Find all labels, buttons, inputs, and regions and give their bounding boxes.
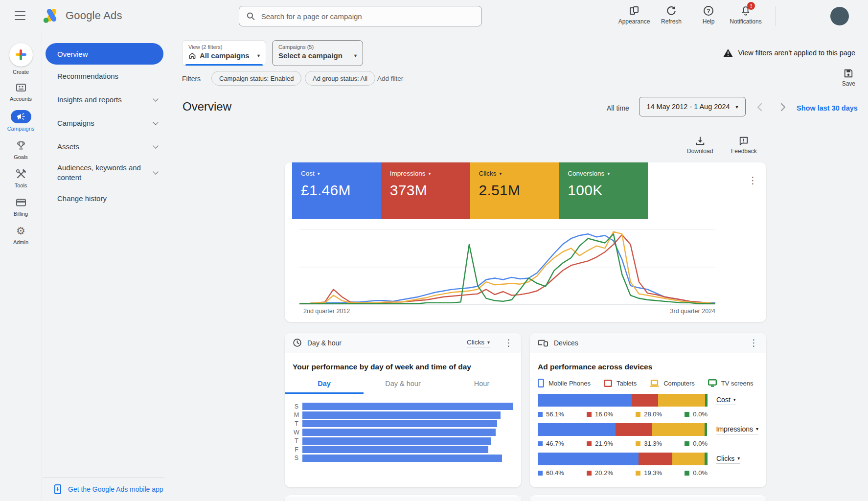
metric-tabs: Cost▾ £1.46M Impressions▾ 373M Clicks▾ 2… bbox=[292, 162, 648, 219]
campaign-selector[interactable]: Campaigns (5) Select a campaign ▾ bbox=[272, 40, 363, 66]
day-label: T bbox=[293, 437, 300, 444]
tablet-icon bbox=[604, 380, 612, 387]
appearance-button[interactable]: Appearance bbox=[616, 5, 653, 25]
view-selector-label: View (2 filters) bbox=[188, 44, 260, 50]
filter-chip-campaign-status[interactable]: Campaign status: Enabled bbox=[211, 71, 301, 86]
metric-tab-clicks[interactable]: Clicks▾ 2.51M bbox=[470, 162, 559, 219]
trophy-icon bbox=[15, 140, 27, 152]
dropdown-caret-icon: ▾ bbox=[756, 426, 758, 432]
refresh-icon bbox=[666, 5, 677, 17]
legend-square-icon bbox=[636, 441, 640, 446]
card-menu-kebab-icon[interactable]: ⋮ bbox=[749, 339, 758, 347]
notifications-button[interactable]: ! Notifications bbox=[727, 5, 764, 25]
nav-item-recommendations[interactable]: Recommendations bbox=[43, 65, 170, 88]
impressions-value: 373M bbox=[390, 182, 470, 199]
date-prev-button[interactable] bbox=[754, 101, 765, 113]
day-bar[interactable] bbox=[302, 437, 491, 445]
chevron-down-icon bbox=[153, 96, 158, 101]
feedback-button[interactable]: Feedback bbox=[731, 136, 757, 155]
refresh-button[interactable]: Refresh bbox=[653, 5, 690, 25]
metric-tab-impressions[interactable]: Impressions▾ 373M bbox=[381, 162, 470, 219]
day-bar[interactable] bbox=[302, 411, 501, 419]
dropdown-caret-icon: ▾ bbox=[318, 171, 320, 176]
search-input[interactable] bbox=[261, 12, 475, 21]
stacked-bar[interactable] bbox=[538, 453, 708, 465]
clock-icon bbox=[293, 338, 302, 347]
day-bar[interactable] bbox=[302, 446, 488, 453]
x-axis-end-label: 3rd quarter 2024 bbox=[670, 308, 715, 315]
nav-item-assets[interactable]: Assets bbox=[43, 135, 170, 159]
credit-card-icon bbox=[15, 197, 27, 208]
rail-item-admin[interactable]: ⚙ Admin bbox=[0, 225, 42, 245]
feedback-icon bbox=[739, 136, 749, 146]
devices-row-clicks: Clicks▾60.4%20.2%19.3%0.0% bbox=[538, 453, 758, 477]
dropdown-caret-icon: ▾ bbox=[487, 340, 490, 345]
day-bar[interactable] bbox=[302, 420, 497, 427]
nav-item-audiences-keywords-content[interactable]: Audiences, keywords and content bbox=[43, 159, 170, 187]
help-button[interactable]: ? Help bbox=[690, 5, 727, 25]
day-hour-metric-selector[interactable]: Clicks ▾ bbox=[467, 339, 490, 347]
page-title: Overview bbox=[183, 100, 231, 114]
day-bar[interactable] bbox=[302, 429, 496, 436]
mobile-app-link[interactable]: Get the Google Ads mobile app bbox=[43, 477, 164, 494]
rail-item-goals[interactable]: Goals bbox=[0, 140, 42, 160]
rail-item-billing[interactable]: Billing bbox=[0, 197, 42, 217]
primary-nav-rail: Create Accounts Campaigns bbox=[0, 32, 42, 501]
dropdown-caret-icon: ▾ bbox=[429, 171, 431, 176]
stacked-bar[interactable] bbox=[538, 423, 708, 436]
show-last-30-days-link[interactable]: Show last 30 days bbox=[797, 104, 858, 112]
day-bar-row: S bbox=[293, 454, 513, 463]
devices-stacked-bars: Cost▾56.1%16.0%28.0%0.0%Impressions▾46.7… bbox=[538, 394, 758, 477]
percent-label: 0.0% bbox=[685, 440, 708, 447]
save-button[interactable]: Save bbox=[842, 68, 855, 87]
view-filters-warning: View filters aren't applied to this page bbox=[723, 48, 855, 57]
google-ads-logo: Google Ads bbox=[42, 7, 122, 24]
filter-chip-ad-group-status[interactable]: Ad group status: All bbox=[305, 71, 375, 86]
nav-item-campaigns[interactable]: Campaigns bbox=[43, 112, 170, 135]
tv-icon bbox=[708, 379, 717, 387]
card-menu-kebab-icon[interactable]: ⋮ bbox=[504, 339, 513, 347]
tab-day-and-hour[interactable]: Day & hour bbox=[364, 380, 442, 394]
day-of-week-bar-chart: SMTWTFS bbox=[293, 402, 513, 462]
nav-item-overview[interactable]: Overview bbox=[46, 43, 163, 65]
dropdown-caret-icon: ▾ bbox=[737, 455, 740, 461]
chevron-down-icon bbox=[153, 143, 158, 148]
menu-icon[interactable] bbox=[15, 11, 25, 20]
search-icon bbox=[246, 11, 255, 21]
stacked-bar[interactable] bbox=[538, 394, 708, 407]
tab-day[interactable]: Day bbox=[285, 380, 364, 394]
dropdown-caret-icon: ▾ bbox=[257, 53, 260, 58]
card-menu-kebab-icon[interactable]: ⋮ bbox=[748, 176, 757, 185]
date-next-button[interactable] bbox=[777, 101, 789, 113]
legend-square-icon bbox=[587, 441, 592, 446]
day-bar-row: F bbox=[293, 445, 513, 454]
row-metric-selector[interactable]: Cost▾ bbox=[716, 396, 736, 405]
rail-item-tools[interactable]: Tools bbox=[0, 168, 42, 188]
row-metric-selector[interactable]: Impressions▾ bbox=[716, 425, 759, 434]
campaign-selector-value: Select a campaign bbox=[278, 51, 343, 60]
metric-tab-conversions[interactable]: Conversions▾ 100K bbox=[559, 162, 648, 219]
date-range-picker[interactable]: 14 May 2012 - 1 Aug 2024 ▾ bbox=[639, 97, 746, 116]
devices-row-cost: Cost▾56.1%16.0%28.0%0.0% bbox=[538, 394, 758, 418]
devices-card-header: Devices ⋮ bbox=[530, 333, 766, 353]
rail-item-accounts[interactable]: Accounts bbox=[0, 82, 42, 102]
rail-item-campaigns[interactable]: Campaigns bbox=[0, 110, 42, 132]
download-icon bbox=[695, 136, 705, 146]
percent-label: 0.0% bbox=[685, 469, 708, 477]
rail-item-create[interactable]: Create bbox=[0, 43, 42, 75]
day-bar[interactable] bbox=[302, 455, 502, 462]
row-metric-selector[interactable]: Clicks▾ bbox=[716, 455, 740, 464]
tab-hour[interactable]: Hour bbox=[442, 380, 521, 394]
view-selector-value: All campaigns bbox=[200, 51, 250, 60]
global-search[interactable] bbox=[239, 6, 482, 26]
account-avatar[interactable] bbox=[830, 7, 849, 25]
day-bar[interactable] bbox=[302, 403, 513, 410]
view-selector[interactable]: View (2 filters) All campaigns ▾ bbox=[182, 40, 266, 66]
nav-item-change-history[interactable]: Change history bbox=[43, 187, 170, 210]
add-filter-button[interactable]: Add filter bbox=[377, 75, 403, 82]
clicks-value: 2.51M bbox=[479, 182, 559, 199]
download-button[interactable]: Download bbox=[687, 136, 713, 155]
metric-tab-cost[interactable]: Cost▾ £1.46M bbox=[292, 162, 381, 219]
gear-icon: ⚙ bbox=[16, 225, 25, 237]
nav-item-insights-and-reports[interactable]: Insights and reports bbox=[43, 88, 170, 112]
